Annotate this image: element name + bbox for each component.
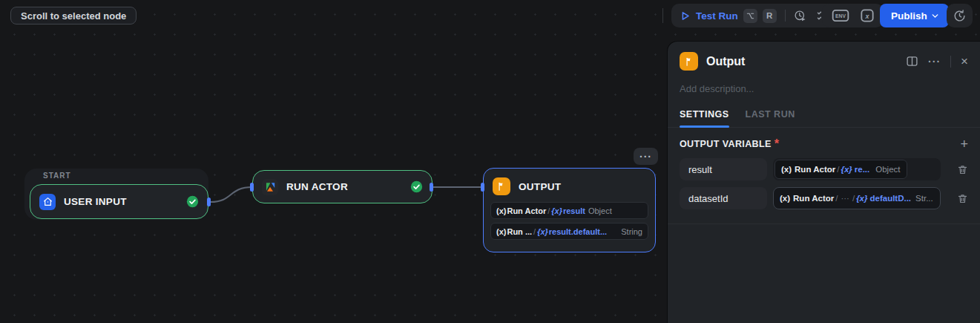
variable-icon: {x} (537, 227, 548, 236)
toolbar-divider (662, 8, 663, 23)
variable-name: result.default... (549, 227, 607, 236)
panel-header-divider (950, 56, 951, 68)
node-title: RUN ACTOR (286, 181, 410, 192)
variable-type: Str... (915, 194, 933, 203)
toolbar-divider (785, 10, 786, 22)
path-separator: / (835, 194, 838, 203)
source-node-label: Run Actor (795, 165, 835, 174)
description-input[interactable]: Add description... (668, 71, 980, 94)
path-separator: / (852, 194, 855, 203)
delete-variable-button[interactable] (957, 164, 968, 175)
node-ref-icon: (x) (781, 165, 792, 174)
variable-reference-chip: (x) Run Actor / {x} re... Object (775, 160, 907, 179)
output-variable-chip[interactable]: (x) Run ... / {x} result.default... Stri… (490, 223, 648, 240)
test-run-button[interactable]: Test Run (696, 10, 738, 22)
env-toolbar-group: ENV x (822, 4, 884, 27)
input-port[interactable] (481, 183, 484, 192)
source-node-label: Run ... (507, 227, 532, 236)
variable-type: String (621, 227, 642, 236)
play-icon[interactable] (680, 10, 691, 22)
user-input-node[interactable]: USER INPUT (30, 184, 208, 219)
svg-text:ENV: ENV (835, 13, 846, 19)
node-inspector-panel: Output ··· × Add description... SETTINGS… (667, 41, 980, 323)
scroll-to-selected-node-button[interactable]: Scroll to selected node (10, 7, 137, 25)
panel-title: Output (706, 55, 906, 68)
required-mark: * (775, 137, 779, 151)
add-variable-button[interactable]: + (960, 137, 968, 151)
variable-icon: {x} (856, 194, 867, 203)
node-ref-icon: (x) (496, 206, 506, 215)
success-check-icon (410, 180, 423, 193)
variables-panel-icon[interactable]: x (861, 9, 874, 22)
chevron-down-icon (930, 11, 940, 21)
variable-icon: {x} (551, 206, 562, 215)
variable-value-selector[interactable]: (x) Run Actor / ··· / {x} defaultD... St… (773, 187, 941, 209)
variable-name: re... (855, 165, 869, 174)
collapsed-path-ellipsis: ··· (841, 194, 849, 203)
tab-last-run[interactable]: LAST RUN (746, 109, 795, 127)
split-view-icon[interactable] (906, 55, 918, 68)
source-node-label: Run Actor (507, 206, 546, 215)
scheduled-run-icon[interactable] (794, 10, 806, 22)
success-check-icon (186, 195, 199, 208)
panel-tabs: SETTINGS LAST RUN (668, 94, 980, 128)
path-separator: / (533, 227, 536, 236)
variable-value-selector[interactable]: (x) Run Actor / {x} re... Object (773, 158, 941, 180)
variable-icon: {x} (841, 165, 852, 174)
publish-label: Publish (891, 10, 927, 22)
variable-name-input[interactable]: result (680, 158, 767, 180)
variable-row: result (x) Run Actor / {x} re... Object (668, 158, 980, 180)
run-actor-node[interactable]: RUN ACTOR (252, 170, 433, 203)
environment-variables-icon[interactable]: ENV (832, 9, 849, 22)
start-group-label: START (43, 172, 71, 180)
path-separator: / (837, 165, 839, 174)
run-toolbar-group: Test Run R (671, 4, 837, 27)
tab-settings[interactable]: SETTINGS (680, 109, 729, 127)
delete-variable-button[interactable] (957, 193, 968, 204)
actor-logo-icon (262, 179, 278, 195)
svg-text:x: x (864, 13, 869, 20)
home-icon (39, 194, 56, 210)
path-separator: / (547, 206, 550, 215)
history-icon (953, 10, 966, 22)
node-ref-icon: (x) (496, 227, 506, 236)
output-variable-section-label: OUTPUT VARIABLE (680, 139, 772, 149)
variable-name-input[interactable]: datasetId (680, 187, 767, 209)
source-node-label: Run Actor (793, 194, 834, 203)
output-port[interactable] (207, 198, 211, 206)
output-port[interactable] (430, 183, 433, 192)
version-history-button[interactable] (947, 4, 973, 27)
variable-name: defaultD... (869, 194, 911, 203)
output-variable-chip[interactable]: (x) Run Actor / {x} result Object (490, 202, 648, 219)
node-title: USER INPUT (64, 196, 186, 207)
node-title: OUTPUT (519, 181, 646, 192)
output-node[interactable]: OUTPUT (x) Run Actor / {x} result Object… (483, 168, 656, 252)
input-port[interactable] (250, 183, 254, 192)
variable-type: Object (588, 206, 612, 215)
flag-icon (680, 52, 698, 71)
variable-type: Object (875, 165, 900, 174)
close-icon[interactable]: × (961, 55, 968, 68)
panel-more-options-button[interactable]: ··· (928, 56, 941, 68)
flag-icon (493, 177, 510, 195)
panel-section-divider (668, 224, 980, 224)
r-key-badge: R (763, 9, 777, 23)
node-ref-icon: (x) (780, 194, 790, 203)
variable-row: datasetId (x) Run Actor / ··· / {x} defa… (668, 187, 980, 209)
node-more-options-button[interactable]: ··· (634, 148, 658, 165)
publish-button[interactable]: Publish (880, 4, 949, 27)
option-key-icon (743, 9, 757, 23)
variable-name: result (563, 206, 585, 215)
